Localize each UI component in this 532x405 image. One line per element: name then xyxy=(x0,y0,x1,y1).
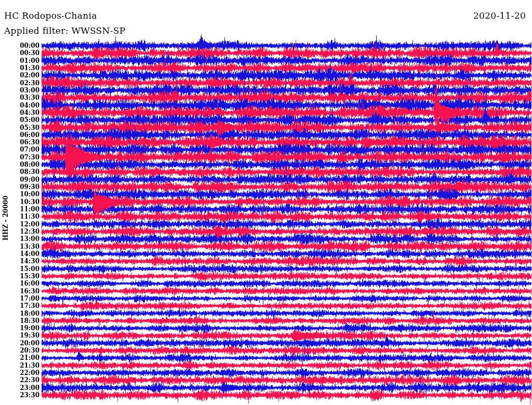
time-label: 23:30 xyxy=(0,392,39,399)
time-label: 12:30 xyxy=(0,228,39,235)
time-label: 09:30 xyxy=(0,183,39,191)
time-label: 07:30 xyxy=(0,154,39,161)
time-label: 19:30 xyxy=(0,332,39,339)
time-label: 01:00 xyxy=(0,57,39,64)
time-label: 17:00 xyxy=(0,295,39,302)
time-label: 20:30 xyxy=(0,347,39,354)
time-label: 11:30 xyxy=(0,213,39,220)
seismogram-screen: HC Rodopos-Chania Applied filter: WWSSN-… xyxy=(0,0,532,405)
time-label: 21:30 xyxy=(0,362,39,369)
time-label: 06:30 xyxy=(0,139,39,146)
time-label: 05:30 xyxy=(0,124,39,131)
date-label: 2020-11-20 xyxy=(473,10,526,21)
time-label: 00:00 xyxy=(0,42,39,49)
time-label: 03:30 xyxy=(0,94,39,101)
time-label: 04:00 xyxy=(0,102,39,109)
time-label: 22:30 xyxy=(0,376,39,384)
time-label: 23:00 xyxy=(0,384,39,392)
time-label: 22:00 xyxy=(0,369,39,376)
time-label: 12:00 xyxy=(0,221,39,228)
time-label: 20:00 xyxy=(0,340,39,347)
time-label: 04:30 xyxy=(0,109,39,116)
time-label: 13:30 xyxy=(0,243,39,250)
time-label: 14:00 xyxy=(0,250,39,258)
time-label: 15:30 xyxy=(0,273,39,280)
time-label: 11:00 xyxy=(0,206,39,213)
time-label: 17:30 xyxy=(0,302,39,309)
time-label: 08:30 xyxy=(0,168,39,176)
time-label: 09:00 xyxy=(0,176,39,183)
time-label: 10:30 xyxy=(0,198,39,206)
time-label: 16:00 xyxy=(0,280,39,287)
time-label: 00:30 xyxy=(0,49,39,57)
time-label: 05:00 xyxy=(0,116,39,124)
time-label: 03:00 xyxy=(0,87,39,94)
time-label: 18:00 xyxy=(0,310,39,317)
time-label: 13:00 xyxy=(0,235,39,242)
time-label: 19:00 xyxy=(0,325,39,332)
time-label: 02:30 xyxy=(0,79,39,87)
filter-label: Applied filter: WWSSN-SP xyxy=(4,25,125,36)
time-label: 10:00 xyxy=(0,191,39,198)
time-label: 07:00 xyxy=(0,146,39,153)
station-title: HC Rodopos-Chania xyxy=(4,10,97,21)
time-label: 14:30 xyxy=(0,258,39,265)
time-label: 08:00 xyxy=(0,161,39,168)
time-label: 18:30 xyxy=(0,317,39,325)
time-label: 02:00 xyxy=(0,72,39,79)
time-label: 15:00 xyxy=(0,265,39,273)
time-label: 16:30 xyxy=(0,288,39,295)
time-label: 06:00 xyxy=(0,131,39,139)
helicorder-canvas xyxy=(0,0,532,405)
time-label: 01:30 xyxy=(0,64,39,72)
time-label: 21:00 xyxy=(0,354,39,361)
